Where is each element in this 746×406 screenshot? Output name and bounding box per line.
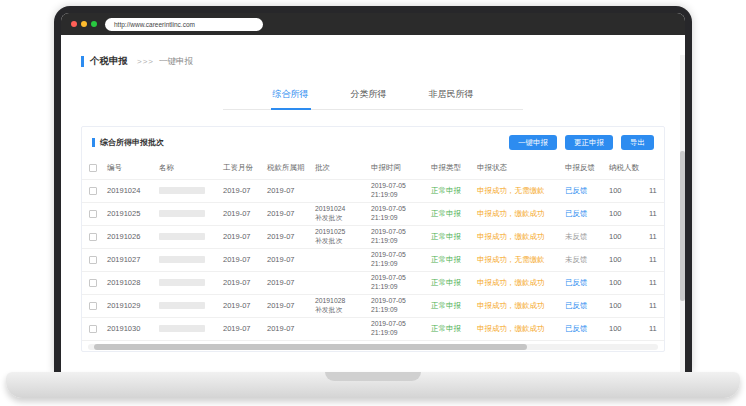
cell-declare-type: 正常申报 (428, 248, 474, 271)
row-checkbox-cell (82, 202, 104, 225)
cell-batch: 20191028补发批次 (312, 294, 368, 317)
page-content: 个税申报 >>> 一键申报 综合所得分类所得非居民所得 综合所得申报批次 一键申… (61, 55, 685, 372)
laptop-base (6, 372, 740, 398)
screen-content: http://www.careerintlinc.com 个税申报 >>> 一键… (61, 13, 685, 372)
cell-salary-month: 2019-07 (220, 179, 264, 202)
cell-declare-time: 2019-07-0521:19:09 (368, 225, 428, 248)
cell-extra-clipped: 11 (646, 179, 664, 202)
url-bar[interactable]: http://www.careerintlinc.com (105, 18, 263, 31)
tab-1[interactable]: 综合所得 (271, 88, 311, 110)
breadcrumb-separator: >>> (137, 57, 154, 66)
table-horizontal-scrollbar-thumb[interactable] (94, 344, 527, 350)
cell-batch-id: 20191024 (104, 179, 156, 202)
cell-taxpayer-count: 100 (606, 294, 646, 317)
cell-name (156, 271, 220, 294)
cell-declare-type: 正常申报 (428, 271, 474, 294)
cell-batch-id: 20191029 (104, 294, 156, 317)
name-placeholder (159, 325, 205, 332)
row-checkbox[interactable] (89, 187, 97, 195)
cell-extra-clipped: 11 (646, 248, 664, 271)
column-header: 批次 (312, 157, 368, 179)
table-row: 201910262019-072019-0720191025补发批次2019-0… (82, 225, 664, 248)
cell-declare-status: 申报成功，缴款成功 (474, 317, 562, 340)
row-checkbox[interactable] (89, 279, 97, 287)
window-maximize-button[interactable] (91, 21, 97, 27)
cell-declare-time: 2019-07-0521:19:09 (368, 179, 428, 202)
cell-feedback: 未反馈 (562, 225, 606, 248)
cell-taxpayer-count: 100 (606, 271, 646, 294)
table-body: 201910242019-072019-072019-07-0521:19:09… (82, 179, 664, 340)
cell-declare-time: 2019-07-0521:19:09 (368, 271, 428, 294)
cell-declare-type: 正常申报 (428, 317, 474, 340)
cell-tax-period: 2019-07 (264, 202, 312, 225)
row-checkbox-cell (82, 225, 104, 248)
cell-batch: 20191024补发批次 (312, 202, 368, 225)
name-placeholder (159, 279, 205, 286)
table-header-row: 编号名称工资月份税款所属期批次申报时间申报类型申报状态申报反馈纳税人数 (82, 157, 664, 179)
column-header: 申报反馈 (562, 157, 606, 179)
cell-tax-period: 2019-07 (264, 294, 312, 317)
cell-extra-clipped: 11 (646, 294, 664, 317)
page-scrollbar-thumb[interactable] (680, 151, 685, 301)
row-checkbox-cell (82, 248, 104, 271)
table-row: 201910252019-072019-0720191024补发批次2019-0… (82, 202, 664, 225)
tab-2[interactable]: 分类所得 (349, 88, 389, 109)
column-header: 申报类型 (428, 157, 474, 179)
breadcrumb-current: 一键申报 (159, 56, 193, 68)
cell-taxpayer-count: 100 (606, 317, 646, 340)
name-placeholder (159, 233, 205, 240)
cell-declare-status: 申报成功，缴款成功 (474, 271, 562, 294)
column-header: 申报时间 (368, 157, 428, 179)
cell-taxpayer-count: 100 (606, 225, 646, 248)
batch-panel: 综合所得申报批次 一键申报更正申报导出 编号名称工资月份税款所属期批次申报时间申… (81, 126, 665, 352)
cell-batch-id: 20191028 (104, 271, 156, 294)
row-checkbox[interactable] (89, 302, 97, 310)
cell-declare-status: 申报成功，缴款成功 (474, 202, 562, 225)
accent-bar-icon (81, 56, 84, 67)
column-header: 名称 (156, 157, 220, 179)
window-close-button[interactable] (71, 21, 77, 27)
row-checkbox[interactable] (89, 256, 97, 264)
panel-header: 综合所得申报批次 一键申报更正申报导出 (82, 127, 664, 157)
row-checkbox-cell (82, 179, 104, 202)
name-placeholder (159, 302, 205, 309)
row-checkbox[interactable] (89, 210, 97, 218)
name-placeholder (159, 210, 205, 217)
laptop-mockup: http://www.careerintlinc.com 个税申报 >>> 一键… (0, 0, 746, 406)
cell-declare-type: 正常申报 (428, 179, 474, 202)
column-header: 编号 (104, 157, 156, 179)
cell-tax-period: 2019-07 (264, 317, 312, 340)
cell-extra-clipped: 11 (646, 202, 664, 225)
cell-batch-id: 20191027 (104, 248, 156, 271)
one-click-declare-button[interactable]: 一键申报 (509, 135, 557, 150)
cell-name (156, 248, 220, 271)
tab-3[interactable]: 非居民所得 (427, 88, 476, 109)
export-button[interactable]: 导出 (621, 135, 654, 150)
cell-batch (312, 271, 368, 294)
row-checkbox[interactable] (89, 233, 97, 241)
cell-feedback: 已反馈 (562, 317, 606, 340)
column-header (646, 157, 664, 179)
cell-name (156, 179, 220, 202)
cell-extra-clipped: 11 (646, 271, 664, 294)
select-all-checkbox[interactable] (89, 164, 97, 172)
correction-declare-button[interactable]: 更正申报 (565, 135, 613, 150)
table-row: 201910242019-072019-072019-07-0521:19:09… (82, 179, 664, 202)
cell-declare-time: 2019-07-0521:19:09 (368, 294, 428, 317)
cell-declare-status: 申报成功，无需缴款 (474, 179, 562, 202)
panel-actions: 一键申报更正申报导出 (509, 135, 654, 150)
cell-declare-status: 申报成功，无需缴款 (474, 248, 562, 271)
cell-extra-clipped: 11 (646, 317, 664, 340)
cell-salary-month: 2019-07 (220, 317, 264, 340)
cell-declare-type: 正常申报 (428, 294, 474, 317)
row-checkbox-cell (82, 317, 104, 340)
batch-table: 编号名称工资月份税款所属期批次申报时间申报类型申报状态申报反馈纳税人数 2019… (82, 157, 664, 341)
name-placeholder (159, 256, 205, 263)
window-minimize-button[interactable] (81, 21, 87, 27)
table-horizontal-scrollbar-track (88, 344, 658, 350)
row-checkbox[interactable] (89, 325, 97, 333)
cell-declare-status: 申报成功，缴款成功 (474, 294, 562, 317)
table-row: 201910272019-072019-072019-07-0521:19:09… (82, 248, 664, 271)
laptop-screen: http://www.careerintlinc.com 个税申报 >>> 一键… (54, 6, 692, 372)
table-row: 201910282019-072019-072019-07-0521:19:09… (82, 271, 664, 294)
